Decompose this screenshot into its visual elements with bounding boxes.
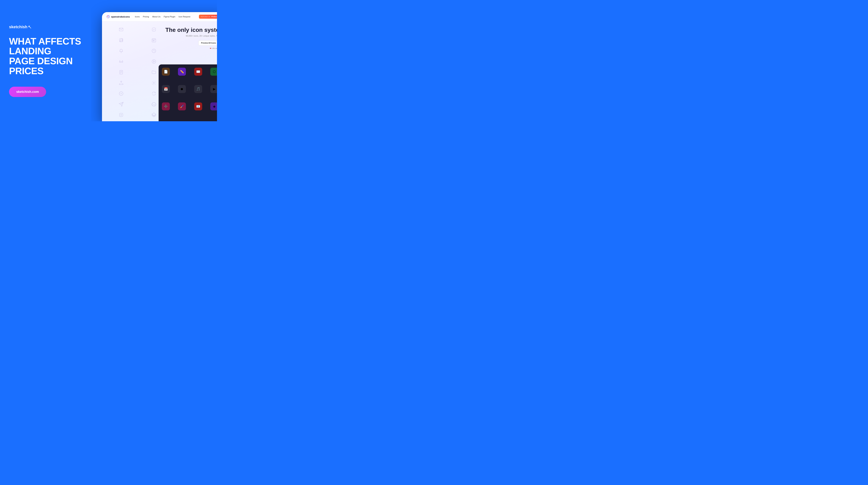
svg-rect-6 [120, 38, 123, 42]
cta-button[interactable]: sketchish.com [9, 87, 46, 97]
nav-icons[interactable]: Icons [135, 16, 140, 18]
figma-icon [217, 42, 217, 44]
icon-calendar [140, 37, 167, 43]
brand-name: sketchish↗ [9, 24, 82, 30]
like-figma[interactable]: ❤ Like us on Figma [165, 48, 217, 49]
svg-point-15 [152, 49, 156, 53]
hero-content: The only icon system 90,000+ icons, 20+ … [165, 27, 217, 49]
svg-point-16 [120, 61, 121, 62]
icon-bell [107, 48, 135, 54]
icon-glasses [107, 59, 135, 64]
svg-point-24 [153, 82, 154, 83]
logo-text: openstrokeicons [111, 16, 130, 18]
preview-all-btn[interactable]: Preview All Icons [198, 40, 217, 46]
dark-panel: 📄 ✏️ ✉️ ⬡ 📅 ⏺ 🎵 ▶ ➕ 🖌️ 📧 ◈ [159, 64, 217, 121]
icon-music [107, 37, 135, 43]
svg-rect-28 [153, 105, 155, 106]
headline-line2: PAGE DESIGN PRICES [9, 56, 82, 76]
hero-title: The only icon system [165, 27, 217, 33]
headline-line1: WHAT AFFECTS LANDING [9, 36, 82, 56]
dark-icon-brush: 🖌️ [178, 103, 186, 110]
svg-marker-19 [153, 61, 155, 62]
dark-icon-calendar: 📅 [162, 85, 170, 93]
dark-icon-add: ➕ [162, 103, 170, 110]
svg-line-26 [121, 102, 123, 105]
nav-pricing[interactable]: Pricing [143, 16, 149, 18]
icon-share [107, 80, 135, 86]
product-hunt-badge[interactable]: FEATURED ON Product Hunt [199, 15, 217, 19]
nav-figma[interactable]: Figma Plugin [164, 16, 175, 18]
svg-rect-29 [120, 113, 123, 117]
headline: WHAT AFFECTS LANDING PAGE DESIGN PRICES [9, 36, 82, 76]
product-hunt-text: Product Hunt [211, 16, 217, 18]
icon-add-star [107, 112, 135, 118]
nav-request[interactable]: Icon Request [179, 16, 190, 18]
brand-tick: ↗ [28, 24, 32, 30]
icon-file [107, 69, 135, 75]
svg-point-1 [107, 16, 108, 17]
cta-url: sketchish.com [16, 90, 39, 93]
svg-point-18 [152, 60, 156, 63]
dark-icon-music: 🎵 [194, 85, 202, 93]
svg-point-2 [108, 16, 109, 16]
heart-icon: ❤ [210, 48, 211, 49]
icon-play [140, 59, 167, 64]
dark-icon-mail2: 📧 [194, 103, 202, 110]
dark-icon-play: ▶ [210, 85, 217, 93]
dark-icon-layers: ◈ [210, 103, 217, 110]
icon-edit [107, 91, 135, 96]
dark-icon-mail: ✉️ [194, 68, 202, 76]
svg-point-0 [107, 16, 110, 18]
device-inner: openstrokeicons Icons Pricing About Us F… [102, 12, 217, 121]
svg-point-17 [122, 61, 123, 62]
svg-point-3 [108, 17, 109, 17]
svg-rect-4 [119, 28, 123, 31]
svg-point-7 [120, 41, 121, 41]
nav-bar: openstrokeicons Icons Pricing About Us F… [102, 12, 217, 21]
hero-subtitle: 90,000+ icons, 20+ unique styles, 7+ ani… [165, 35, 217, 37]
svg-rect-20 [120, 70, 123, 74]
icon-send [107, 101, 135, 107]
svg-marker-32 [152, 113, 156, 115]
icon-clock [140, 48, 167, 54]
dark-icon-edit: ✏️ [178, 68, 186, 76]
device-frame: openstrokeicons Icons Pricing About Us F… [102, 12, 217, 121]
icon-badge [140, 27, 167, 32]
svg-rect-13 [153, 40, 154, 41]
svg-rect-14 [154, 40, 154, 41]
svg-point-8 [122, 40, 123, 41]
svg-rect-9 [152, 38, 156, 42]
hero-buttons: Preview All Icons [165, 40, 217, 46]
right-panel: openstrokeicons Icons Pricing About Us F… [91, 0, 217, 121]
svg-marker-27 [119, 102, 123, 106]
logo-icon [106, 15, 110, 19]
svg-point-25 [119, 92, 123, 95]
dark-icon-record: ⏺ [178, 85, 186, 93]
left-panel: sketchish↗ WHAT AFFECTS LANDING PAGE DES… [0, 0, 91, 121]
icon-mail [107, 27, 135, 32]
svg-rect-5 [152, 28, 156, 31]
nav-links: Icons Pricing About Us Figma Plugin Icon… [135, 16, 194, 18]
featured-label: FEATURED ON [201, 16, 210, 18]
nav-about[interactable]: About Us [152, 16, 160, 18]
dark-icon-file-add: 📄 [162, 68, 170, 76]
dark-icon-transform: ⬡ [210, 68, 217, 76]
brand-text: sketchish [9, 25, 28, 29]
nav-logo[interactable]: openstrokeicons [106, 15, 130, 19]
